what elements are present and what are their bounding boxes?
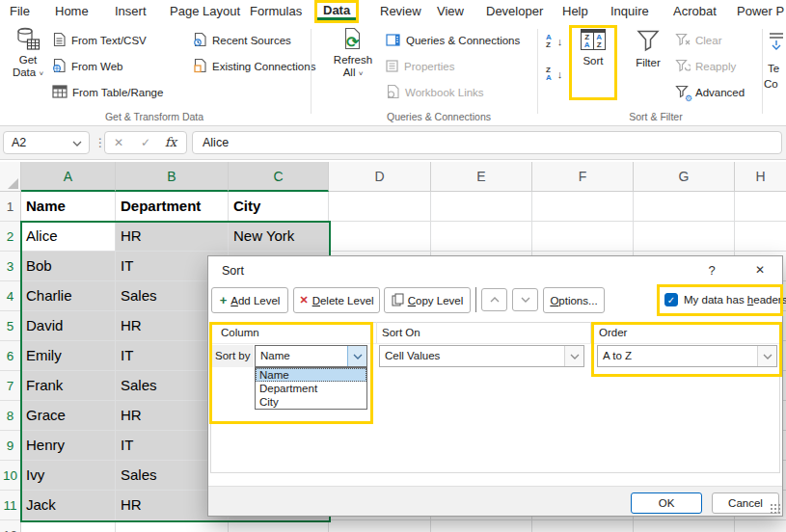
column-header-a[interactable]: A — [21, 162, 116, 192]
cell-B2[interactable]: HR — [116, 222, 229, 252]
cell-G1[interactable] — [634, 192, 735, 222]
cell-A1[interactable]: Name — [21, 192, 116, 222]
ribbon-tab-developer[interactable]: Developer — [486, 0, 543, 23]
column-header-h[interactable]: H — [735, 162, 786, 192]
cell-C2[interactable]: New York — [229, 222, 329, 252]
copy-level-button[interactable]: Copy Level — [384, 287, 471, 313]
order-dropdown[interactable]: A to Z — [597, 345, 777, 367]
queries-connections-button[interactable]: Queries & Connections — [386, 30, 520, 51]
cell-G2[interactable] — [634, 222, 735, 252]
cell-E12[interactable] — [431, 520, 532, 532]
column-header-f[interactable]: F — [532, 162, 634, 192]
ribbon-tab-insert[interactable]: Insert — [115, 0, 147, 23]
column-header-g[interactable]: G — [634, 162, 735, 192]
sort-za-button[interactable]: ZA↓ — [546, 64, 562, 85]
row-header-2[interactable]: 2 — [0, 222, 21, 252]
row-header-6[interactable]: 6 — [0, 341, 21, 371]
move-up-button[interactable] — [481, 288, 507, 311]
ribbon-tab-page-layout[interactable]: Page Layout — [170, 0, 240, 23]
ribbon-tab-review[interactable]: Review — [380, 0, 421, 23]
cell-C1[interactable]: City — [229, 192, 329, 222]
enter-entry-icon[interactable]: ✓ — [141, 132, 150, 153]
filter-button[interactable]: Filter — [627, 29, 669, 69]
cell-A7[interactable]: Frank — [21, 371, 116, 401]
chevron-down-icon[interactable] — [347, 346, 366, 366]
cell-F2[interactable] — [532, 222, 634, 252]
cell-D2[interactable] — [329, 222, 431, 252]
cell-G12[interactable] — [634, 520, 735, 532]
cell-F1[interactable] — [532, 192, 634, 222]
formula-input[interactable]: Alice — [192, 131, 782, 154]
column-header-d[interactable]: D — [329, 162, 431, 192]
close-button[interactable]: ✕ — [748, 263, 772, 277]
cell-E2[interactable] — [431, 222, 532, 252]
dropdown-option-city[interactable]: City — [256, 395, 366, 409]
ok-button[interactable]: OK — [631, 492, 702, 514]
ribbon-tab-help[interactable]: Help — [562, 0, 588, 23]
sort-by-column-dropdown[interactable]: Name — [255, 345, 367, 367]
workbook-links-button[interactable]: Workbook Links — [386, 82, 484, 103]
advanced-filter-button[interactable]: ⚙ Advanced — [675, 82, 745, 103]
existing-connections-button[interactable]: Existing Connections — [193, 56, 315, 77]
from-text-csv-button[interactable]: From Text/CSV — [52, 30, 147, 51]
help-button[interactable]: ? — [702, 263, 721, 278]
row-header-1[interactable]: 1 — [0, 192, 21, 222]
cell-C12[interactable] — [229, 520, 329, 532]
cell-A6[interactable]: Emily — [21, 341, 116, 371]
ribbon-tab-data[interactable]: Data — [314, 0, 359, 23]
row-header-4[interactable]: 4 — [0, 281, 21, 311]
column-header-e[interactable]: E — [431, 162, 532, 192]
cell-D1[interactable] — [329, 192, 431, 222]
row-header-5[interactable]: 5 — [0, 311, 21, 341]
from-web-button[interactable]: From Web — [52, 56, 122, 77]
sort-on-dropdown[interactable]: Cell Values — [379, 345, 584, 367]
ribbon-tab-power-p[interactable]: Power P — [737, 0, 784, 23]
properties-button[interactable]: Properties — [386, 56, 454, 77]
my-data-has-headers-checkbox[interactable]: ✓ — [664, 293, 678, 306]
clear-filter-button[interactable]: Clear — [675, 30, 721, 51]
sort-az-button[interactable]: AZ↓ — [546, 31, 562, 52]
cell-A12[interactable] — [21, 520, 116, 532]
row-header-10[interactable]: 10 — [0, 461, 21, 491]
ribbon-tab-home[interactable]: Home — [55, 0, 89, 23]
chevron-down-icon[interactable] — [757, 346, 776, 366]
delete-level-button[interactable]: ✕ Delete Level — [293, 287, 380, 313]
ribbon-tab-inquire[interactable]: Inquire — [610, 0, 649, 23]
column-header-b[interactable]: B — [116, 162, 229, 192]
column-header-c[interactable]: C — [229, 162, 329, 192]
select-all-corner[interactable] — [0, 162, 21, 192]
cell-H1[interactable] — [735, 192, 786, 222]
cell-D12[interactable] — [329, 520, 431, 532]
cell-B12[interactable] — [116, 520, 229, 532]
cell-A3[interactable]: Bob — [21, 252, 116, 281]
cell-A5[interactable]: David — [21, 311, 116, 341]
ribbon-tab-formulas[interactable]: Formulas — [250, 0, 302, 23]
name-box[interactable]: A2 — [3, 131, 90, 154]
row-header-11[interactable]: 11 — [0, 491, 21, 520]
cell-E1[interactable] — [431, 192, 532, 222]
row-header-9[interactable]: 9 — [0, 431, 21, 461]
recent-sources-button[interactable]: Recent Sources — [193, 30, 291, 51]
row-header-7[interactable]: 7 — [0, 371, 21, 401]
from-table-range-button[interactable]: From Table/Range — [52, 82, 163, 103]
ribbon-tab-file[interactable]: File — [10, 0, 30, 23]
options-button[interactable]: Options... — [543, 287, 605, 313]
cell-A9[interactable]: Henry — [21, 431, 116, 461]
cell-F12[interactable] — [532, 520, 634, 532]
add-level-button[interactable]: + Add Level — [211, 287, 288, 313]
move-down-button[interactable] — [512, 288, 538, 311]
cell-H12[interactable] — [735, 520, 786, 532]
cell-H2[interactable] — [735, 222, 786, 252]
chevron-down-icon[interactable] — [564, 346, 583, 366]
cancel-entry-icon[interactable]: ✕ — [114, 132, 123, 153]
get-data-button[interactable]: Get Data ˅ — [6, 27, 50, 80]
dropdown-option-name[interactable]: Name — [256, 368, 366, 382]
insert-function-icon[interactable]: fx — [165, 132, 176, 153]
resize-grip[interactable] — [770, 503, 780, 514]
row-header-3[interactable]: 3 — [0, 252, 21, 281]
reapply-filter-button[interactable]: Reapply — [675, 56, 736, 77]
cell-A8[interactable]: Grace — [21, 401, 116, 431]
cell-A4[interactable]: Charlie — [21, 281, 116, 311]
dropdown-option-department[interactable]: Department — [256, 382, 366, 395]
row-header-12[interactable]: 12 — [0, 520, 21, 532]
